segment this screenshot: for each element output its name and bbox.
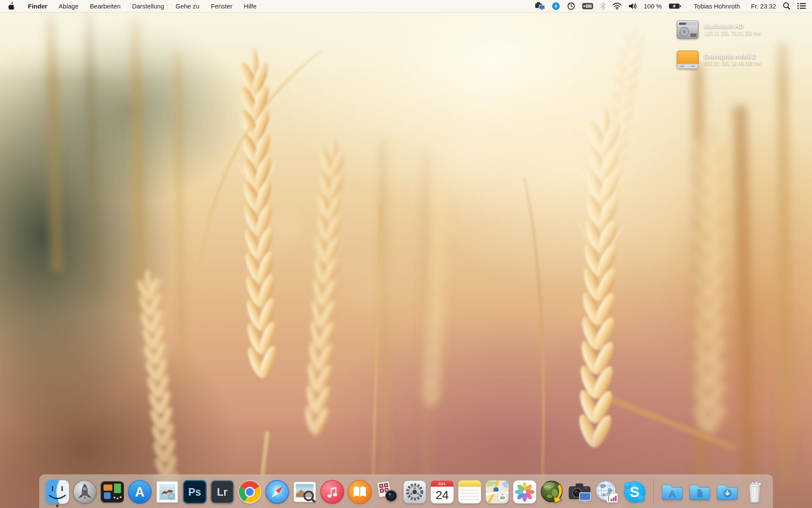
shazam-menu-icon[interactable]	[552, 2, 560, 10]
trash-icon[interactable]	[742, 479, 768, 505]
running-indicator	[56, 505, 59, 507]
desktop-volume-datengrab-mobil-2[interactable]: Datengrab mobil 2 800,91 GB, 18,48 GB fr…	[677, 50, 804, 69]
launchpad-icon	[73, 480, 97, 504]
wheat-field-illustration	[0, 0, 812, 508]
system-preferences-icon	[403, 480, 427, 504]
dock-folder-applications[interactable]: A	[660, 479, 685, 505]
spotlight-icon[interactable]	[783, 2, 790, 10]
network-monitor-icon	[595, 480, 620, 504]
mission-control-icon	[100, 480, 125, 504]
photos-icon	[513, 480, 537, 504]
dock-item-calendar[interactable]: JUL 24	[430, 479, 455, 505]
desktop-wallpaper[interactable]	[0, 0, 812, 508]
dock-item-photos[interactable]	[512, 479, 538, 505]
dock-folder-documents[interactable]	[687, 479, 713, 505]
dock-item-launchpad[interactable]	[72, 479, 98, 505]
user-menu[interactable]: Tobias Hohnroth	[694, 3, 740, 10]
dock-item-photoshop[interactable]: Ps	[182, 479, 208, 505]
svg-text:A: A	[669, 488, 675, 499]
skype-icon: S	[623, 480, 647, 504]
menu-fenster[interactable]: Fenster	[211, 3, 233, 10]
mail-icon	[155, 480, 180, 504]
svg-text:3D: 3D	[500, 496, 505, 500]
menu-darstellung[interactable]: Darstellung	[132, 3, 164, 10]
volume-info: 120,11 GB, 73,01 GB frei	[704, 30, 761, 36]
volume-info: 800,91 GB, 18,48 GB frei	[704, 61, 761, 66]
finder-icon	[45, 480, 70, 504]
svg-text:Lr: Lr	[217, 486, 228, 498]
jdownloader-icon	[540, 480, 565, 504]
dock-item-mission-control[interactable]	[100, 479, 125, 505]
itunes-icon	[320, 480, 345, 504]
volume-name: Macintosh HD	[704, 23, 761, 30]
applications-folder-icon: A	[660, 480, 685, 504]
bluetooth-icon[interactable]	[600, 2, 606, 10]
apple-icon	[8, 2, 15, 10]
internal-drive-icon	[677, 20, 699, 39]
dock-item-jdownloader[interactable]	[540, 479, 565, 505]
photoshop-icon: Ps	[183, 480, 207, 504]
dock-item-system-preferences[interactable]	[402, 479, 428, 505]
trash-full-icon	[743, 480, 767, 504]
svg-text:24: 24	[436, 489, 449, 502]
notes-icon	[458, 480, 482, 504]
dock-item-photo-booth[interactable]	[375, 479, 400, 505]
photo-booth-icon	[375, 480, 400, 504]
dock-item-itunes[interactable]	[320, 479, 345, 505]
apple-menu[interactable]	[6, 2, 17, 10]
dock-separator	[653, 479, 654, 505]
chrome-icon	[238, 480, 262, 504]
dock-item-chrome[interactable]	[237, 479, 263, 505]
time-machine-icon[interactable]	[567, 2, 575, 10]
menu-bearbeiten[interactable]: Bearbeiten	[90, 3, 121, 10]
dock-item-skype[interactable]: S	[622, 479, 647, 505]
safari-icon	[265, 480, 290, 504]
wifi-icon[interactable]	[612, 3, 622, 10]
dock-item-safari[interactable]	[265, 479, 290, 505]
battery-percent: 100 %	[644, 3, 662, 10]
svg-text:S: S	[630, 483, 639, 500]
desktop-volume-list: Macintosh HD 120,11 GB, 73,01 GB frei Da…	[677, 20, 804, 69]
eos-utility-menu-icon[interactable]	[535, 2, 545, 10]
volume-icon[interactable]	[628, 3, 637, 10]
calendar-icon: JUL 24	[430, 480, 455, 504]
desktop-volume-macintosh-hd[interactable]: Macintosh HD 120,11 GB, 73,01 GB frei	[677, 20, 804, 39]
maps-icon: 3D	[485, 480, 510, 504]
svg-text:Ps: Ps	[188, 486, 201, 498]
notification-center-icon[interactable]	[797, 3, 806, 9]
menu-ablage[interactable]: Ablage	[59, 3, 79, 10]
dock-item-network-monitor[interactable]	[595, 479, 620, 505]
dock-item-ibooks[interactable]	[347, 479, 373, 505]
dock-item-lightroom[interactable]: Lr	[210, 479, 235, 505]
dock-item-finder[interactable]	[45, 479, 70, 505]
dock: A Ps Lr	[39, 475, 773, 508]
svg-text:A: A	[135, 485, 144, 500]
svg-text:JUL: JUL	[438, 482, 447, 486]
dock-item-mail[interactable]	[155, 479, 180, 505]
dock-item-preview[interactable]	[292, 479, 318, 505]
battery-gauge-icon[interactable]	[582, 3, 593, 10]
menu-app-name[interactable]: Finder	[28, 3, 47, 10]
battery-charging-icon[interactable]	[669, 3, 681, 9]
menu-hilfe[interactable]: Hilfe	[244, 3, 257, 10]
volume-name: Datengrab mobil 2	[704, 53, 761, 60]
menu-gehe-zu[interactable]: Gehe zu	[176, 3, 200, 10]
dock-item-app-store[interactable]: A	[127, 479, 153, 505]
clock[interactable]: Fr. 23:32	[751, 3, 776, 10]
menu-bar: Finder Ablage Bearbeiten Darstellung Geh…	[0, 0, 812, 12]
dock-item-notes[interactable]	[457, 479, 483, 505]
dock-folder-downloads[interactable]	[715, 479, 740, 505]
preview-icon	[293, 480, 317, 504]
lightroom-icon: Lr	[210, 480, 235, 504]
downloads-folder-icon	[715, 480, 740, 504]
external-drive-icon	[677, 50, 699, 69]
ibooks-icon	[348, 480, 372, 504]
app-store-icon: A	[128, 480, 152, 504]
eos-utility-icon	[568, 480, 592, 504]
documents-folder-icon	[688, 480, 712, 504]
dock-item-maps[interactable]: 3D	[485, 479, 510, 505]
dock-item-eos-utility[interactable]	[567, 479, 593, 505]
